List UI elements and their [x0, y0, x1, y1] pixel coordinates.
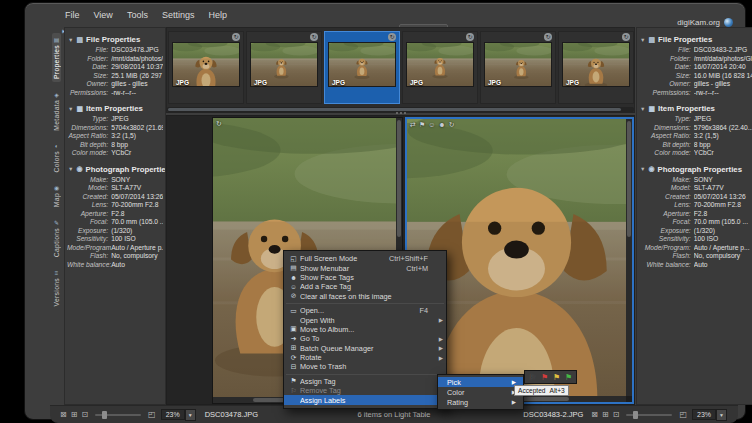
- thumbnail-6[interactable]: JPG↻: [558, 31, 634, 104]
- digikam-brand: digiKam.org: [677, 18, 733, 27]
- right-select-icon[interactable]: ⊠: [589, 410, 600, 419]
- menu-item-go-to[interactable]: ➔Go To▶: [284, 334, 446, 343]
- pane-swap-icon[interactable]: ⇄: [410, 121, 416, 129]
- property-row: File:DSC03483-2.JPG: [637, 46, 752, 55]
- thumbnail-bar: JPG↻ JPG↻: [166, 27, 635, 113]
- menu-item-full-screen-mode[interactable]: ◱Full Screen ModeCtrl+Shift+F: [284, 254, 446, 263]
- pane-tag-icon[interactable]: ⚑: [419, 121, 425, 129]
- property-key: Mode/Program:: [639, 244, 694, 253]
- menu-item-show-menubar[interactable]: ▤Show MenubarCtrl+M: [284, 263, 446, 272]
- pane-add-face-icon[interactable]: ☻: [438, 121, 445, 129]
- left-select-icon[interactable]: ⊠: [58, 410, 69, 419]
- file-properties-section-left: ▼▤File PropertiesFile:DSC03478.JPGFolder…: [65, 33, 165, 97]
- menu-item-assign-labels[interactable]: Assign Labels▶: [284, 395, 446, 404]
- pane-show-faces-icon[interactable]: ☺: [428, 121, 435, 129]
- pane-sync-icon[interactable]: ↻: [216, 120, 222, 128]
- photograph-properties-header[interactable]: ▼◉Photograph Properties: [65, 163, 165, 176]
- property-row: Type:JPEG: [637, 115, 752, 124]
- collapse-arrow-icon[interactable]: ▼: [640, 106, 645, 112]
- tab-metadata-left[interactable]: ◈Metadata: [52, 88, 61, 134]
- collapse-arrow-icon[interactable]: ▼: [68, 166, 73, 172]
- right-zoom-slider[interactable]: [626, 414, 672, 416]
- brand-label: digiKam.org: [677, 18, 720, 27]
- right-zoom-dropdown-icon[interactable]: ▼: [716, 409, 727, 421]
- menu-file[interactable]: File: [59, 9, 86, 22]
- tab-properties-left[interactable]: ▤Properties: [52, 33, 61, 82]
- thumbnail-5[interactable]: JPG↻: [480, 31, 556, 104]
- menu-tools[interactable]: Tools: [121, 9, 154, 22]
- pane-vertical-scrollbar[interactable]: [626, 119, 632, 396]
- format-badge: JPG: [410, 79, 423, 86]
- menu-item-open-with[interactable]: Open With▶: [284, 315, 446, 324]
- file-properties-header[interactable]: ▼▤File Properties: [65, 33, 165, 46]
- property-row: Size:25.1 MiB (26 297 737): [65, 72, 165, 81]
- property-value: 29/08/2014 10:37: [111, 63, 163, 72]
- tab-colors-left[interactable]: ◐Colors: [52, 140, 61, 175]
- left-fit-window-icon[interactable]: ⊞: [69, 410, 80, 419]
- property-key: Sensitivity:: [67, 235, 111, 244]
- property-value: Auto / Aperture p...: [694, 244, 752, 253]
- pick-flag-tooltip: Accepted Alt+3: [514, 385, 569, 396]
- pick-flag-rejected-icon[interactable]: ⚑: [539, 373, 550, 383]
- menu-item-batch-queue-manager[interactable]: ⊞Batch Queue Manager▶: [284, 344, 446, 353]
- pick-flag-none-icon[interactable]: ⚐: [527, 373, 538, 383]
- submenu-item-label: Pick: [447, 378, 461, 387]
- right-zoom-combo[interactable]: 23%▼: [692, 409, 727, 421]
- left-zoom-100-icon[interactable]: ⊡: [79, 410, 90, 419]
- zoom-slider-knob[interactable]: [633, 411, 638, 419]
- left-zoom-value[interactable]: 23%: [161, 409, 185, 420]
- sync-status-icon: ↻: [232, 33, 240, 41]
- right-zoom-value[interactable]: 23%: [692, 409, 716, 420]
- pick-flag-accepted-icon[interactable]: ⚑: [563, 373, 574, 383]
- item-properties-header[interactable]: ▼▦Item Properties: [637, 102, 752, 115]
- zoom-slider-knob[interactable]: [102, 411, 107, 419]
- thumbnail-4[interactable]: JPG↻: [402, 31, 478, 104]
- right-fit-window-icon[interactable]: ⊞: [600, 410, 611, 419]
- menu-settings[interactable]: Settings: [156, 9, 201, 22]
- collapse-arrow-icon[interactable]: ▼: [640, 37, 645, 43]
- tab-label: Captions: [53, 228, 60, 257]
- tab-versions-left[interactable]: ≡Versions: [52, 267, 61, 309]
- menu-item-move-to-album[interactable]: ▣Move to Album...: [284, 325, 446, 334]
- property-value: Auto: [694, 261, 752, 270]
- right-zoom-fit-icon[interactable]: ◰: [677, 410, 689, 419]
- thumbnail-1[interactable]: JPG↻: [168, 31, 244, 104]
- move-to-trash-icon: ⊟: [287, 363, 300, 371]
- menu-item-move-to-trash[interactable]: ⊟Move to Trash: [284, 362, 446, 371]
- pick-flag-pending-icon[interactable]: ⚑: [551, 373, 562, 383]
- menu-item-label: Open...: [300, 306, 409, 315]
- thumbnail-2[interactable]: JPG↻: [246, 31, 322, 104]
- left-zoom-dropdown-icon[interactable]: ▼: [185, 409, 196, 421]
- menu-item-rotate[interactable]: ⟳Rotate▶: [284, 353, 446, 362]
- collapse-arrow-icon[interactable]: ▼: [68, 37, 73, 43]
- menu-item-clear-all-faces-on-this-image[interactable]: ⊘Clear all faces on this image: [284, 292, 446, 301]
- property-value: DSC03478.JPG: [111, 46, 163, 55]
- section-title: Item Properties: [658, 104, 715, 113]
- open-icon: ▭: [287, 307, 300, 315]
- menu-item-assign-tag[interactable]: ⚑Assign Tag▶: [284, 377, 446, 386]
- collapse-arrow-icon[interactable]: ▼: [640, 166, 645, 172]
- thumbbar-scrollbar-handle[interactable]: [168, 108, 621, 111]
- item-properties-header[interactable]: ▼▦Item Properties: [65, 102, 165, 115]
- menu-item-show-face-tags[interactable]: ☻Show Face Tags: [284, 273, 446, 282]
- file-properties-header[interactable]: ▼▤File Properties: [637, 33, 752, 46]
- left-zoom-fit-icon[interactable]: ◰: [146, 410, 158, 419]
- right-zoom-100-icon[interactable]: ⊡: [611, 410, 622, 419]
- collapse-arrow-icon[interactable]: ▼: [68, 106, 73, 112]
- pane-sync-icon[interactable]: ↻: [449, 121, 455, 129]
- menu-item-remove-tag[interactable]: ⚐Remove Tag▶: [284, 386, 446, 395]
- menu-item-open[interactable]: ▭Open...F4: [284, 306, 446, 315]
- submenu-item-pick[interactable]: Pick▶: [438, 377, 523, 387]
- left-zoom-combo[interactable]: 23%▼: [161, 409, 196, 421]
- submenu-item-rating[interactable]: Rating▶: [438, 397, 523, 407]
- menu-help[interactable]: Help: [202, 9, 233, 22]
- property-row: Color mode:YCbCr: [637, 149, 752, 158]
- submenu-item-color[interactable]: Color▶: [438, 387, 523, 397]
- tab-captions-left[interactable]: ✎Captions: [52, 216, 61, 260]
- left-zoom-slider[interactable]: [95, 414, 141, 416]
- menu-view[interactable]: View: [88, 9, 119, 22]
- menu-item-add-a-face-tag[interactable]: ☺Add a Face Tag: [284, 282, 446, 291]
- thumbnail-3[interactable]: JPG↻: [324, 31, 400, 104]
- tab-map-left[interactable]: ◉Map: [52, 181, 61, 210]
- photograph-properties-header[interactable]: ▼◉Photograph Properties: [637, 163, 752, 176]
